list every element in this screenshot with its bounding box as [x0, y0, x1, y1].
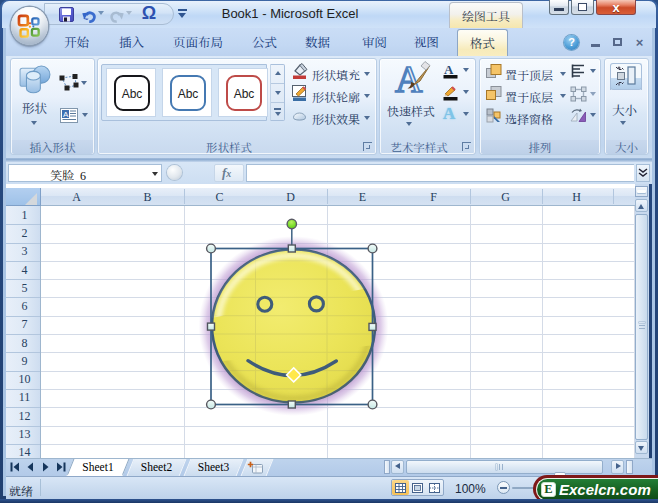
svg-text:A: A [63, 110, 69, 119]
svg-text:A: A [444, 62, 454, 77]
